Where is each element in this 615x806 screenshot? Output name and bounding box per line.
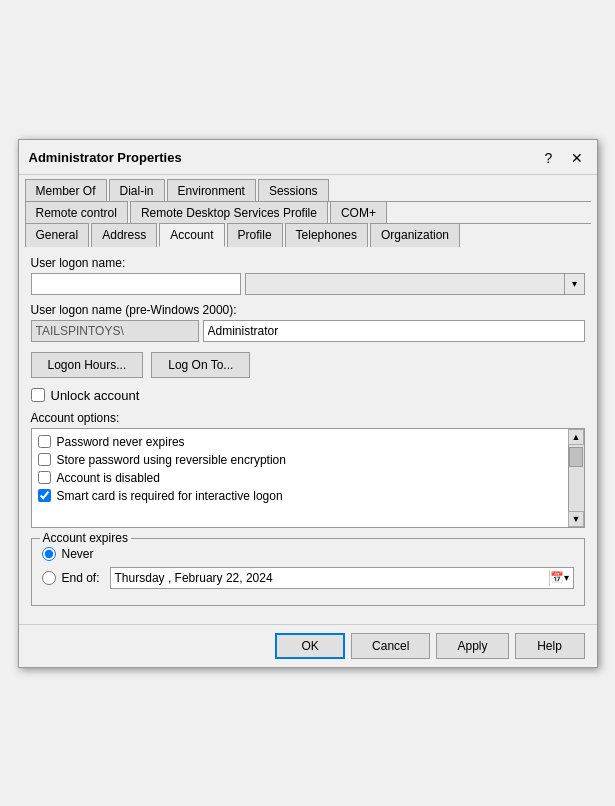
logon-name-label: User logon name: [31,256,585,270]
apply-button[interactable]: Apply [436,633,508,659]
tab-general[interactable]: General [25,223,90,247]
footer: OK Cancel Apply Help [19,624,597,667]
unlock-account-row: Unlock account [31,388,585,403]
content-area: User logon name: ▾ User logon name (pre-… [19,246,597,624]
options-list-inner: Password never expires Store password us… [32,429,584,527]
logon-buttons-row: Logon Hours... Log On To... [31,352,585,378]
title-bar: Administrator Properties ? ✕ [19,140,597,175]
opt-account-disabled-checkbox[interactable] [38,471,51,484]
tab-member-of[interactable]: Member Of [25,179,107,202]
tab-row-1: Member Of Dial-in Environment Sessions [25,179,591,202]
tab-rdsp[interactable]: Remote Desktop Services Profile [130,201,328,224]
account-options-label: Account options: [31,411,585,425]
tab-account[interactable]: Account [159,223,224,247]
tab-row-3: General Address Account Profile Telephon… [25,223,591,247]
pre2000-row [31,320,585,342]
opt-smart-card-checkbox[interactable] [38,489,51,502]
dialog-title: Administrator Properties [29,150,182,165]
tab-remote-control[interactable]: Remote control [25,201,128,224]
option-account-disabled: Account is disabled [32,469,584,487]
administrator-properties-dialog: Administrator Properties ? ✕ Member Of D… [18,139,598,668]
unlock-account-label: Unlock account [51,388,140,403]
never-label: Never [62,547,94,561]
opt-password-never-expires-checkbox[interactable] [38,435,51,448]
account-options-group: Account options: Password never expires … [31,411,585,528]
end-of-radio-row: End of: Thursday , February 22, 2024 📅 ▾ [42,567,574,589]
domain-dropdown[interactable]: ▾ [245,273,585,295]
tab-com-plus[interactable]: COM+ [330,201,387,224]
opt-store-password-label: Store password using reversible encrypti… [57,453,286,467]
account-expires-group: Account expires Never End of: Thursday ,… [31,538,585,606]
never-radio[interactable] [42,547,56,561]
close-button[interactable]: ✕ [565,146,589,170]
logon-hours-button[interactable]: Logon Hours... [31,352,144,378]
pre2000-domain-input [31,320,199,342]
cancel-button[interactable]: Cancel [351,633,430,659]
date-value: Thursday , February 22, 2024 [115,571,549,585]
help-button[interactable]: ? [537,146,561,170]
option-store-password: Store password using reversible encrypti… [32,451,584,469]
logon-name-group: User logon name: ▾ [31,256,585,295]
tab-dial-in[interactable]: Dial-in [109,179,165,202]
tab-profile[interactable]: Profile [227,223,283,247]
calendar-icon: 📅 [550,571,564,584]
tab-address[interactable]: Address [91,223,157,247]
logon-name-input[interactable] [31,273,241,295]
scroll-up-arrow[interactable]: ▲ [568,429,584,445]
options-list: Password never expires Store password us… [31,428,585,528]
title-controls: ? ✕ [537,146,589,170]
tab-environment[interactable]: Environment [167,179,256,202]
account-expires-label: Account expires [40,531,131,545]
logon-name-row: ▾ [31,273,585,295]
tabs-container: Member Of Dial-in Environment Sessions R… [19,175,597,247]
date-picker-button[interactable]: 📅 ▾ [549,570,569,586]
domain-dropdown-arrow[interactable]: ▾ [564,274,584,294]
scroll-down-arrow[interactable]: ▼ [568,511,584,527]
tab-telephones[interactable]: Telephones [285,223,368,247]
tab-organization[interactable]: Organization [370,223,460,247]
pre2000-name-input[interactable] [203,320,585,342]
end-of-radio[interactable] [42,571,56,585]
pre2000-group: User logon name (pre-Windows 2000): [31,303,585,342]
opt-account-disabled-label: Account is disabled [57,471,160,485]
pre2000-label: User logon name (pre-Windows 2000): [31,303,585,317]
tab-row-2: Remote control Remote Desktop Services P… [25,201,591,224]
end-of-label: End of: [62,571,100,585]
date-combo[interactable]: Thursday , February 22, 2024 📅 ▾ [110,567,574,589]
option-smart-card: Smart card is required for interactive l… [32,487,584,505]
tab-sessions[interactable]: Sessions [258,179,329,202]
log-on-to-button[interactable]: Log On To... [151,352,250,378]
ok-button[interactable]: OK [275,633,345,659]
scroll-thumb[interactable] [569,447,583,467]
opt-password-never-expires-label: Password never expires [57,435,185,449]
opt-smart-card-label: Smart card is required for interactive l… [57,489,283,503]
date-dropdown-arrow: ▾ [564,572,569,583]
unlock-account-checkbox[interactable] [31,388,45,402]
option-password-never-expires: Password never expires [32,433,584,451]
never-radio-row: Never [42,547,574,561]
opt-store-password-checkbox[interactable] [38,453,51,466]
help-footer-button[interactable]: Help [515,633,585,659]
options-scrollbar[interactable]: ▲ ▼ [568,429,584,527]
